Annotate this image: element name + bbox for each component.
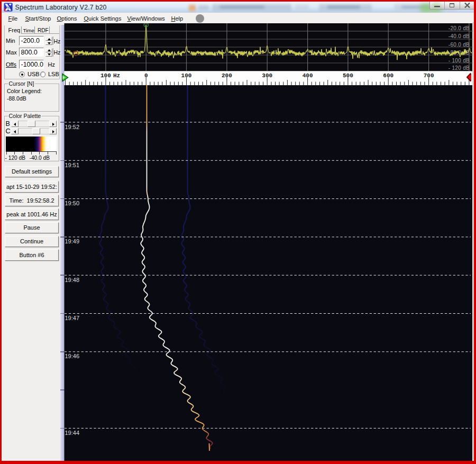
svg-text:-40.0 dB: -40.0 dB	[448, 33, 470, 39]
svg-text:400: 400	[303, 72, 313, 79]
svg-text:Hz: Hz	[113, 72, 120, 79]
svg-text:-20.0 dB: -20.0 dB	[448, 25, 470, 31]
svg-text:19:49: 19:49	[65, 238, 80, 244]
svg-text:19:50: 19:50	[65, 200, 80, 206]
svg-text:500: 500	[343, 72, 353, 79]
svg-text:19:52: 19:52	[65, 124, 80, 130]
svg-text:19:46: 19:46	[65, 353, 80, 359]
svg-text:300: 300	[262, 72, 272, 79]
svg-text:700: 700	[424, 72, 434, 79]
svg-text:19:48: 19:48	[65, 277, 80, 283]
svg-text:0: 0	[144, 72, 148, 79]
svg-text:19:47: 19:47	[65, 315, 80, 321]
svg-text:-60.0 dB: -60.0 dB	[448, 42, 470, 48]
svg-text:600: 600	[383, 72, 393, 79]
svg-text:19:44: 19:44	[65, 430, 80, 436]
svg-text:100: 100	[181, 72, 192, 79]
svg-text:100: 100	[100, 72, 111, 79]
svg-text:19:51: 19:51	[65, 162, 80, 168]
svg-text:- 100 dB: - 100 dB	[448, 58, 470, 63]
svg-text:200: 200	[222, 72, 232, 79]
